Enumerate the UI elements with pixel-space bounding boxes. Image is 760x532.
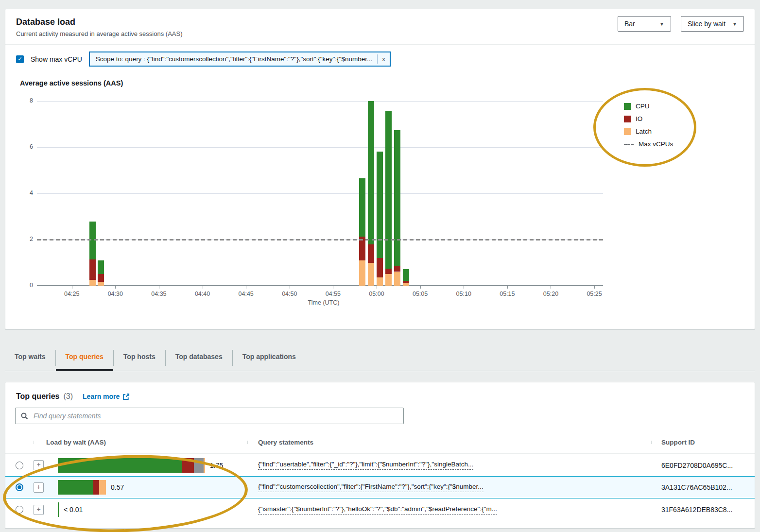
bar-04:59-latch[interactable] [368,263,374,286]
bar-04:28-io[interactable] [98,274,104,282]
expand-row-icon[interactable]: + [34,482,44,493]
legend-item: Max vCPUs [624,140,673,148]
learn-more-link[interactable]: Learn more [83,393,130,400]
load-segment-cpu [58,502,59,517]
bar-05:01-io[interactable] [385,269,392,274]
show-max-vcpu-label: Show max vCPU [31,55,82,63]
x-tick-label: 04:40 [190,291,216,297]
show-max-vcpu-checkbox[interactable]: ✓ [16,55,24,63]
x-axis-title: Time (UTC) [282,299,365,306]
table-row[interactable]: +0.57{"find":"customerscollection","filt… [5,476,755,498]
legend-item: IO [624,115,673,122]
legend-item: Latch [624,128,673,135]
legend-label: CPU [636,103,650,110]
load-by-wait-bar [58,502,59,517]
search-icon [20,412,28,420]
search-input[interactable] [33,412,398,420]
bar-04:28-latch[interactable] [98,282,104,286]
tab-top-applications[interactable]: Top applications [233,345,306,371]
bar-05:01-cpu[interactable] [385,111,392,268]
x-tick-mark [420,286,421,289]
table-header: Load by wait (AAS) Query statements Supp… [5,431,755,454]
column-header-query[interactable]: Query statements [247,439,651,446]
row-select-radio[interactable] [16,506,23,514]
bar-04:27-latch[interactable] [89,280,96,286]
bar-05:02-cpu[interactable] [394,130,400,266]
slice-by-select[interactable]: Slice by wait ▼ [681,16,744,32]
bar-05:03-io[interactable] [403,281,409,283]
bar-05:03-cpu[interactable] [403,269,409,281]
tab-top-waits[interactable]: Top waits [5,345,55,371]
bar-05:00-latch[interactable] [377,277,383,286]
x-tick-label: 04:45 [233,291,259,297]
legend-label: Latch [636,128,652,135]
bar-04:27-io[interactable] [89,259,96,280]
chart-controls: Bar ▼ Slice by wait ▼ [618,16,744,32]
column-header-load[interactable]: Load by wait (AAS) [34,439,247,446]
table-row[interactable]: +< 0.01{"ismaster":{"$numberInt":"?"},"h… [5,498,755,521]
checkmark-icon: ✓ [17,56,22,62]
y-tick-label: 2 [20,236,33,242]
bar-05:02-latch[interactable] [394,272,400,286]
y-tick-label: 8 [20,97,33,104]
gridline [37,147,603,148]
bar-04:28-cpu[interactable] [98,260,104,274]
max-vcpus-dash-icon [624,144,634,145]
top-queries-panel: Top queries (3) Learn more Load by wait … [5,382,755,529]
bar-04:27-cpu[interactable] [89,222,96,259]
io-swatch-icon [624,116,631,122]
tab-top-queries[interactable]: Top queries [56,345,113,371]
query-statement-link[interactable]: {"find":"usertable","filter":{"_id":"?"}… [258,461,473,470]
bar-05:02-io[interactable] [394,266,400,272]
query-search[interactable] [15,408,404,424]
remove-filter-button[interactable]: x [377,54,390,64]
table-row[interactable]: +1.75{"find":"usertable","filter":{"_id"… [5,454,755,476]
tab-top-databases[interactable]: Top databases [166,345,232,371]
latch-swatch-icon [624,128,631,135]
x-tick-label: 04:30 [102,291,128,297]
bar-04:59-cpu[interactable] [368,101,374,244]
bar-04:58-cpu[interactable] [359,178,365,237]
expand-row-icon[interactable]: + [34,460,44,470]
bar-05:00-io[interactable] [377,258,383,277]
support-id: 3A131C76AC65B102... [661,483,732,491]
database-load-panel: Database load Current activity measured … [5,9,755,329]
scope-filter-tag: Scope to: query : {"find":"customerscoll… [89,51,391,67]
x-tick-mark [72,286,72,289]
chevron-down-icon: ▼ [659,21,664,27]
x-tick-mark [115,286,116,289]
bar-05:00-cpu[interactable] [377,152,383,258]
bar-05:03-latch[interactable] [403,283,409,286]
x-tick-mark [594,286,595,289]
row-select-radio[interactable] [16,462,23,469]
row-select-radio[interactable] [16,483,23,491]
load-by-wait-bar [58,458,205,473]
query-statement-link[interactable]: {"ismaster":{"$numberInt":"?"},"helloOk"… [258,505,497,515]
table-body: +1.75{"find":"usertable","filter":{"_id"… [5,454,755,521]
learn-more-label: Learn more [83,393,120,400]
expand-row-icon[interactable]: + [34,505,44,515]
x-tick-mark [551,286,551,289]
bar-04:58-latch[interactable] [359,260,365,286]
load-segment-io [182,458,194,473]
x-tick-label: 04:55 [320,291,346,297]
chart-type-select[interactable]: Bar ▼ [618,16,671,32]
tab-top-hosts[interactable]: Top hosts [114,345,165,371]
y-tick-label: 6 [20,143,33,150]
bar-05:01-latch[interactable] [385,274,392,286]
x-tick-mark [290,286,290,289]
chart-legend: CPUIOLatchMax vCPUs [624,103,673,148]
external-link-icon [122,393,130,400]
aas-chart: 0246804:2504:3004:3504:4004:4504:5004:55… [5,92,755,301]
query-statement-link[interactable]: {"find":"customerscollection","filter":{… [258,483,484,492]
bar-04:59-io[interactable] [368,244,374,263]
load-value: 1.75 [210,462,223,469]
chevron-down-icon: ▼ [732,21,737,27]
load-segment-other [194,458,204,473]
load-by-wait-bar [58,480,106,495]
x-tick-mark [464,286,464,289]
x-tick-label: 05:10 [450,291,477,297]
x-tick-mark [333,286,333,289]
column-header-support[interactable]: Support ID [651,439,756,446]
load-segment-io [93,480,99,495]
